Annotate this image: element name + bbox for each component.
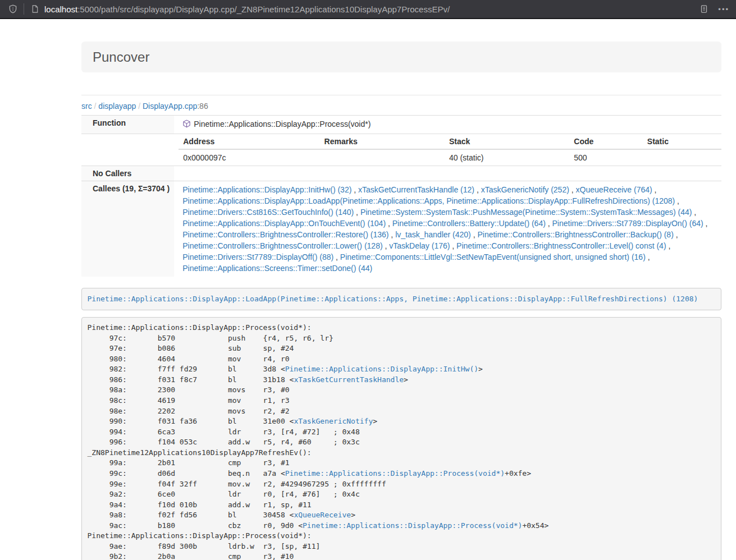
- page-icon[interactable]: [29, 3, 41, 15]
- divider: [81, 95, 721, 95]
- metrics-table: Address Remarks Stack Code Static 0x0000…: [179, 134, 721, 166]
- metrics-cell: Address Remarks Stack Code Static 0x0000…: [174, 134, 721, 166]
- urlbar-divider: [24, 3, 24, 15]
- callee-link[interactable]: Pinetime::Applications::Screens::Timer::…: [182, 264, 372, 273]
- callers-row: No Callers: [81, 166, 721, 181]
- callee-separator: ,: [471, 230, 478, 239]
- callee-separator: ,: [652, 185, 657, 194]
- callee-link[interactable]: lv_task_handler (420): [395, 230, 471, 239]
- callee-separator: ,: [386, 219, 392, 228]
- col-address: Address: [179, 134, 319, 149]
- value-static: [643, 149, 721, 166]
- col-static: Static: [643, 134, 721, 149]
- symbol-table: Function Pinetime::Applications::Display…: [81, 115, 721, 277]
- value-remarks: [320, 149, 445, 166]
- callee-link[interactable]: Pinetime::Applications::DisplayApp::Load…: [182, 196, 675, 205]
- breadcrumb: src / displayapp / DisplayApp.cpp:86: [81, 102, 721, 111]
- callee-link[interactable]: Pinetime::Controllers::BrightnessControl…: [182, 230, 388, 239]
- symbol-link[interactable]: xQueueReceive: [294, 511, 351, 519]
- url-text[interactable]: localhost:5000/path/src/displayapp/Displ…: [44, 4, 698, 14]
- symbol-link[interactable]: Pinetime::Applications::DisplayApp::Proc…: [285, 469, 505, 478]
- browser-url-bar[interactable]: localhost:5000/path/src/displayapp/Displ…: [0, 0, 736, 19]
- callers-label: No Callers: [81, 166, 174, 181]
- reader-mode-icon[interactable]: [698, 3, 710, 15]
- function-name-cell: Pinetime::Applications::DisplayApp::Proc…: [174, 116, 721, 134]
- col-stack: Stack: [445, 134, 569, 149]
- callee-separator: ,: [388, 230, 395, 239]
- highlighted-symbol-box: Pinetime::Applications::DisplayApp::Load…: [81, 288, 721, 310]
- callee-link[interactable]: Pinetime::Controllers::Battery::Update()…: [392, 219, 546, 228]
- callee-link[interactable]: vTaskDelay (176): [389, 241, 450, 250]
- callee-separator: ,: [383, 241, 390, 250]
- callee-link[interactable]: Pinetime::Applications::DisplayApp::OnTo…: [182, 219, 386, 228]
- callees-label: Callees (19, Σ=3704 ): [81, 181, 174, 277]
- shield-icon[interactable]: [7, 3, 19, 15]
- value-address: 0x0000097c: [179, 149, 319, 166]
- callee-separator: ,: [646, 253, 650, 261]
- symbol-link[interactable]: Pinetime::Applications::DisplayApp::Proc…: [303, 521, 522, 530]
- callee-link[interactable]: Pinetime::Applications::DisplayApp::Init…: [182, 185, 351, 194]
- highlighted-symbol-link[interactable]: Pinetime::Applications::DisplayApp::Load…: [88, 295, 698, 303]
- col-remarks: Remarks: [320, 134, 445, 149]
- breadcrumb-link-src[interactable]: src: [81, 102, 92, 111]
- callee-link[interactable]: Pinetime::Drivers::St7789::DisplayOff() …: [182, 253, 333, 261]
- page-container: Puncover src / displayapp / DisplayApp.c…: [81, 42, 721, 560]
- callee-link[interactable]: Pinetime::Drivers::Cst816S::GetTouchInfo…: [182, 208, 354, 217]
- callee-separator: ,: [450, 241, 456, 250]
- metrics-row-spacer: [81, 134, 174, 166]
- callee-separator: ,: [666, 241, 671, 250]
- callee-link[interactable]: Pinetime::Controllers::BrightnessControl…: [182, 241, 382, 250]
- callees-row: Callees (19, Σ=3704 ) Pinetime::Applicat…: [81, 181, 721, 277]
- menu-dots-icon[interactable]: •••: [718, 5, 729, 13]
- function-name: Pinetime::Applications::DisplayApp::Proc…: [194, 120, 371, 128]
- callee-link[interactable]: xQueueReceive (764): [576, 185, 652, 194]
- metrics-header-row: Address Remarks Stack Code Static: [179, 134, 721, 149]
- callee-link[interactable]: Pinetime::Controllers::BrightnessControl…: [456, 241, 666, 250]
- breadcrumb-separator: /: [136, 102, 143, 111]
- breadcrumb-link-file[interactable]: DisplayApp.cpp: [143, 102, 197, 111]
- callee-link[interactable]: Pinetime::Controllers::BrightnessControl…: [477, 230, 673, 239]
- col-code: Code: [569, 134, 643, 149]
- callers-cell: [174, 166, 721, 181]
- callee-separator: ,: [674, 230, 678, 239]
- jumbotron: Puncover: [81, 42, 721, 72]
- symbol-link[interactable]: Pinetime::Applications::DisplayApp::Init…: [285, 365, 478, 373]
- callee-separator: ,: [354, 208, 360, 217]
- url-host: localhost: [44, 4, 77, 14]
- breadcrumb-line-number: :86: [197, 102, 208, 111]
- callee-link[interactable]: Pinetime::Components::LittleVgl::SetNewT…: [340, 253, 646, 261]
- disassembly-listing: Pinetime::Applications::DisplayApp::Proc…: [81, 317, 721, 560]
- symbol-link[interactable]: xTaskGenericNotify: [294, 417, 373, 425]
- value-code: 500: [569, 149, 643, 166]
- page-title: Puncover: [93, 49, 710, 65]
- callee-separator: ,: [692, 208, 696, 217]
- url-path: :5000/path/src/displayapp/DisplayApp.cpp…: [77, 4, 450, 14]
- breadcrumb-link-displayapp[interactable]: displayapp: [98, 102, 136, 111]
- callee-link[interactable]: xTaskGetCurrentTaskHandle (12): [358, 185, 474, 194]
- function-row: Function Pinetime::Applications::Display…: [81, 116, 721, 134]
- metrics-row: Address Remarks Stack Code Static 0x0000…: [81, 134, 721, 166]
- callees-list: Pinetime::Applications::DisplayApp::Init…: [174, 181, 721, 277]
- function-label: Function: [81, 116, 174, 134]
- callee-link[interactable]: xTaskGenericNotify (252): [481, 185, 569, 194]
- callee-separator: ,: [703, 219, 708, 228]
- callee-separator: ,: [569, 185, 576, 194]
- breadcrumb-separator: /: [92, 102, 99, 111]
- callee-separator: ,: [351, 185, 358, 194]
- callee-link[interactable]: Pinetime::System::SystemTask::PushMessag…: [360, 208, 692, 217]
- symbol-link[interactable]: xTaskGetCurrentTaskHandle: [294, 375, 404, 384]
- callee-separator: ,: [333, 253, 340, 261]
- callee-separator: ,: [546, 219, 552, 228]
- callee-separator: ,: [474, 185, 481, 194]
- package-icon: [182, 120, 191, 131]
- callee-link[interactable]: Pinetime::Drivers::St7789::DisplayOn() (…: [552, 219, 703, 228]
- metrics-value-row: 0x0000097c 40 (static) 500: [179, 149, 721, 166]
- callee-separator: ,: [675, 196, 679, 205]
- value-stack: 40 (static): [445, 149, 569, 166]
